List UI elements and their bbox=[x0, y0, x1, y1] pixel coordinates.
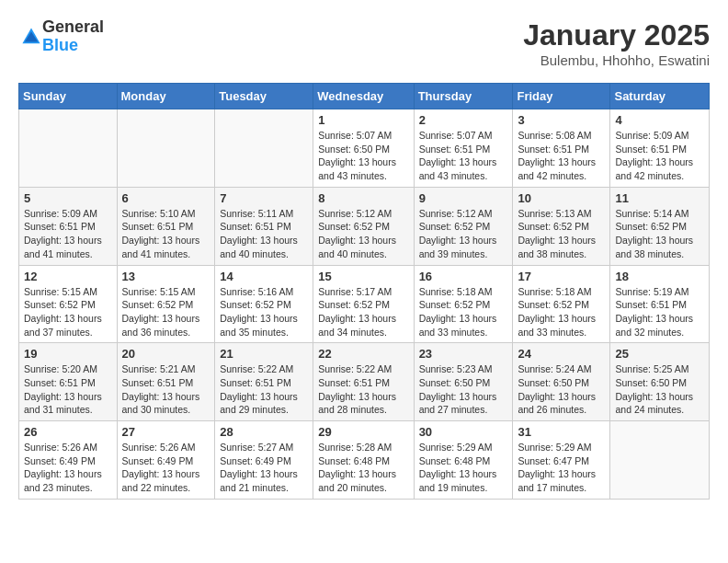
location: Bulembu, Hhohho, Eswatini bbox=[523, 52, 710, 68]
calendar-cell: 12Sunrise: 5:15 AM Sunset: 6:52 PM Dayli… bbox=[19, 265, 118, 343]
month-title: January 2025 bbox=[523, 18, 710, 52]
day-number: 11 bbox=[615, 191, 704, 205]
day-number: 15 bbox=[318, 270, 408, 283]
day-info: Sunrise: 5:18 AM Sunset: 6:52 PM Dayligh… bbox=[419, 285, 508, 339]
day-info: Sunrise: 5:26 AM Sunset: 6:49 PM Dayligh… bbox=[122, 441, 210, 495]
day-info: Sunrise: 5:08 AM Sunset: 6:51 PM Dayligh… bbox=[518, 129, 605, 183]
day-info: Sunrise: 5:22 AM Sunset: 6:51 PM Dayligh… bbox=[220, 362, 308, 417]
day-number: 13 bbox=[122, 270, 210, 283]
day-number: 16 bbox=[419, 270, 508, 283]
calendar-cell: 4Sunrise: 5:09 AM Sunset: 6:51 PM Daylig… bbox=[610, 109, 710, 188]
calendar-cell: 3Sunrise: 5:08 AM Sunset: 6:51 PM Daylig… bbox=[513, 109, 610, 188]
logo-text: General Blue bbox=[42, 18, 104, 55]
day-number: 20 bbox=[122, 347, 210, 361]
day-number: 12 bbox=[24, 270, 112, 283]
calendar-table: SundayMondayTuesdayWednesdayThursdayFrid… bbox=[18, 83, 710, 500]
day-number: 24 bbox=[518, 347, 605, 361]
calendar-cell: 9Sunrise: 5:12 AM Sunset: 6:52 PM Daylig… bbox=[414, 187, 513, 265]
day-number: 27 bbox=[122, 425, 210, 439]
day-number: 21 bbox=[220, 347, 308, 361]
calendar-cell: 14Sunrise: 5:16 AM Sunset: 6:52 PM Dayli… bbox=[215, 265, 313, 343]
calendar-week-1: 1Sunrise: 5:07 AM Sunset: 6:50 PM Daylig… bbox=[19, 109, 710, 188]
day-number: 7 bbox=[220, 191, 308, 205]
calendar-cell: 21Sunrise: 5:22 AM Sunset: 6:51 PM Dayli… bbox=[215, 343, 313, 421]
day-number: 26 bbox=[24, 425, 112, 439]
day-info: Sunrise: 5:29 AM Sunset: 6:48 PM Dayligh… bbox=[419, 441, 508, 495]
calendar-cell: 13Sunrise: 5:15 AM Sunset: 6:52 PM Dayli… bbox=[117, 265, 215, 343]
calendar-week-5: 26Sunrise: 5:26 AM Sunset: 6:49 PM Dayli… bbox=[19, 421, 710, 500]
calendar-cell: 18Sunrise: 5:19 AM Sunset: 6:51 PM Dayli… bbox=[610, 265, 710, 343]
day-number: 5 bbox=[24, 191, 112, 205]
calendar-cell: 8Sunrise: 5:12 AM Sunset: 6:52 PM Daylig… bbox=[313, 187, 414, 265]
day-info: Sunrise: 5:15 AM Sunset: 6:52 PM Dayligh… bbox=[24, 285, 112, 339]
day-info: Sunrise: 5:13 AM Sunset: 6:52 PM Dayligh… bbox=[518, 207, 605, 261]
day-info: Sunrise: 5:21 AM Sunset: 6:51 PM Dayligh… bbox=[122, 362, 210, 417]
calendar-cell: 11Sunrise: 5:14 AM Sunset: 6:52 PM Dayli… bbox=[610, 187, 710, 265]
day-info: Sunrise: 5:10 AM Sunset: 6:51 PM Dayligh… bbox=[122, 207, 210, 261]
day-info: Sunrise: 5:16 AM Sunset: 6:52 PM Dayligh… bbox=[220, 285, 308, 339]
calendar-cell: 2Sunrise: 5:07 AM Sunset: 6:51 PM Daylig… bbox=[414, 109, 513, 188]
calendar-cell: 15Sunrise: 5:17 AM Sunset: 6:52 PM Dayli… bbox=[313, 265, 414, 343]
day-number: 3 bbox=[518, 113, 605, 127]
calendar-cell: 31Sunrise: 5:29 AM Sunset: 6:47 PM Dayli… bbox=[513, 421, 610, 500]
title-section: January 2025 Bulembu, Hhohho, Eswatini bbox=[523, 18, 710, 68]
calendar-cell: 22Sunrise: 5:22 AM Sunset: 6:51 PM Dayli… bbox=[313, 343, 414, 421]
day-number: 1 bbox=[318, 113, 408, 127]
day-number: 2 bbox=[419, 113, 508, 127]
calendar-header-saturday: Saturday bbox=[610, 84, 710, 109]
day-info: Sunrise: 5:22 AM Sunset: 6:51 PM Dayligh… bbox=[318, 362, 408, 417]
day-number: 25 bbox=[615, 347, 704, 361]
calendar-header-tuesday: Tuesday bbox=[215, 84, 313, 109]
day-info: Sunrise: 5:17 AM Sunset: 6:52 PM Dayligh… bbox=[318, 285, 408, 339]
day-number: 22 bbox=[318, 347, 408, 361]
day-info: Sunrise: 5:28 AM Sunset: 6:48 PM Dayligh… bbox=[318, 441, 408, 495]
day-info: Sunrise: 5:29 AM Sunset: 6:47 PM Dayligh… bbox=[518, 441, 605, 495]
day-info: Sunrise: 5:07 AM Sunset: 6:51 PM Dayligh… bbox=[419, 129, 508, 183]
logo-general: General bbox=[42, 18, 104, 37]
day-number: 4 bbox=[615, 113, 704, 127]
calendar-week-2: 5Sunrise: 5:09 AM Sunset: 6:51 PM Daylig… bbox=[19, 187, 710, 265]
calendar-cell bbox=[610, 421, 710, 500]
day-number: 6 bbox=[122, 191, 210, 205]
calendar-cell: 24Sunrise: 5:24 AM Sunset: 6:50 PM Dayli… bbox=[513, 343, 610, 421]
day-info: Sunrise: 5:12 AM Sunset: 6:52 PM Dayligh… bbox=[419, 207, 508, 261]
day-number: 18 bbox=[615, 270, 704, 283]
day-info: Sunrise: 5:09 AM Sunset: 6:51 PM Dayligh… bbox=[24, 207, 112, 261]
calendar-cell bbox=[215, 109, 313, 188]
day-info: Sunrise: 5:15 AM Sunset: 6:52 PM Dayligh… bbox=[122, 285, 210, 339]
calendar-cell: 28Sunrise: 5:27 AM Sunset: 6:49 PM Dayli… bbox=[215, 421, 313, 500]
calendar-cell: 26Sunrise: 5:26 AM Sunset: 6:49 PM Dayli… bbox=[19, 421, 118, 500]
calendar-cell: 29Sunrise: 5:28 AM Sunset: 6:48 PM Dayli… bbox=[313, 421, 414, 500]
calendar-cell: 19Sunrise: 5:20 AM Sunset: 6:51 PM Dayli… bbox=[19, 343, 118, 421]
calendar-week-3: 12Sunrise: 5:15 AM Sunset: 6:52 PM Dayli… bbox=[19, 265, 710, 343]
calendar-header-thursday: Thursday bbox=[414, 84, 513, 109]
calendar-header-monday: Monday bbox=[117, 84, 215, 109]
logo: General Blue bbox=[18, 18, 104, 55]
calendar-cell: 27Sunrise: 5:26 AM Sunset: 6:49 PM Dayli… bbox=[117, 421, 215, 500]
calendar-header-wednesday: Wednesday bbox=[313, 84, 414, 109]
logo-blue: Blue bbox=[42, 37, 104, 55]
calendar-header-row: SundayMondayTuesdayWednesdayThursdayFrid… bbox=[19, 84, 710, 109]
day-info: Sunrise: 5:20 AM Sunset: 6:51 PM Dayligh… bbox=[24, 362, 112, 417]
day-info: Sunrise: 5:24 AM Sunset: 6:50 PM Dayligh… bbox=[518, 362, 605, 417]
calendar-cell bbox=[19, 109, 118, 188]
calendar-cell: 10Sunrise: 5:13 AM Sunset: 6:52 PM Dayli… bbox=[513, 187, 610, 265]
day-info: Sunrise: 5:18 AM Sunset: 6:52 PM Dayligh… bbox=[518, 285, 605, 339]
calendar-cell: 7Sunrise: 5:11 AM Sunset: 6:51 PM Daylig… bbox=[215, 187, 313, 265]
calendar-cell: 23Sunrise: 5:23 AM Sunset: 6:50 PM Dayli… bbox=[414, 343, 513, 421]
calendar-cell: 16Sunrise: 5:18 AM Sunset: 6:52 PM Dayli… bbox=[414, 265, 513, 343]
day-info: Sunrise: 5:19 AM Sunset: 6:51 PM Dayligh… bbox=[615, 285, 704, 339]
day-number: 28 bbox=[220, 425, 308, 439]
day-number: 17 bbox=[518, 270, 605, 283]
day-number: 14 bbox=[220, 270, 308, 283]
calendar-cell: 17Sunrise: 5:18 AM Sunset: 6:52 PM Dayli… bbox=[513, 265, 610, 343]
day-number: 19 bbox=[24, 347, 112, 361]
day-info: Sunrise: 5:09 AM Sunset: 6:51 PM Dayligh… bbox=[615, 129, 704, 183]
day-info: Sunrise: 5:14 AM Sunset: 6:52 PM Dayligh… bbox=[615, 207, 704, 261]
day-info: Sunrise: 5:12 AM Sunset: 6:52 PM Dayligh… bbox=[318, 207, 408, 261]
day-info: Sunrise: 5:11 AM Sunset: 6:51 PM Dayligh… bbox=[220, 207, 308, 261]
day-info: Sunrise: 5:07 AM Sunset: 6:50 PM Dayligh… bbox=[318, 129, 408, 183]
day-number: 31 bbox=[518, 425, 605, 439]
day-number: 9 bbox=[419, 191, 508, 205]
logo-icon bbox=[20, 26, 42, 48]
